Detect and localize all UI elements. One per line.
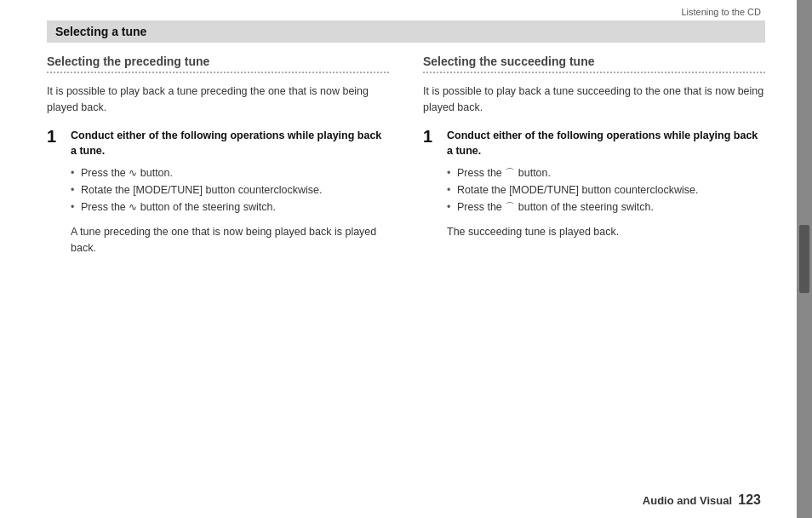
- breadcrumb-text: Listening to the CD: [681, 7, 761, 17]
- footer-label: Audio and Visual: [643, 494, 732, 507]
- left-bullet-3: Press the ∿ button of the steering switc…: [71, 199, 389, 216]
- right-bullet-1: Press the ⌒ button.: [447, 164, 765, 181]
- right-step-number: 1: [423, 128, 438, 145]
- right-intro-paragraph: It is possible to play back a tune succe…: [423, 83, 765, 116]
- right-subsection-heading: Selecting the succeeding tune: [423, 55, 765, 68]
- left-step-number: 1: [47, 128, 62, 145]
- left-step-content: Conduct either of the following operatio…: [71, 128, 389, 256]
- right-column: Selecting the succeeding tune It is poss…: [423, 55, 765, 265]
- page-header: Listening to the CD: [0, 0, 812, 20]
- left-subsection-heading: Selecting the preceding tune: [47, 55, 389, 68]
- page-number: 123: [738, 492, 761, 507]
- right-bullet-3: Press the ⌒ button of the steering switc…: [447, 199, 765, 216]
- left-bullet-2: Rotate the [MODE/TUNE] button counterclo…: [71, 181, 389, 199]
- scrollbar[interactable]: [797, 0, 812, 518]
- left-step-heading: Conduct either of the following operatio…: [71, 128, 389, 160]
- two-columns-layout: Selecting the preceding tune It is possi…: [47, 55, 765, 265]
- left-bullet-1: Press the ∿ button.: [71, 164, 389, 181]
- right-bullet-2: Rotate the [MODE/TUNE] button counterclo…: [447, 181, 765, 199]
- right-step-heading: Conduct either of the following operatio…: [447, 128, 765, 160]
- right-step-content: Conduct either of the following operatio…: [447, 128, 765, 241]
- left-dotted-divider: [47, 72, 389, 73]
- section-title-bar: Selecting a tune: [47, 20, 765, 43]
- right-dotted-divider: [423, 72, 765, 73]
- right-step: 1 Conduct either of the following operat…: [423, 128, 765, 241]
- right-bullet-list: Press the ⌒ button. Rotate the [MODE/TUN…: [447, 164, 765, 216]
- left-step: 1 Conduct either of the following operat…: [47, 128, 389, 256]
- main-content: Selecting a tune Selecting the preceding…: [0, 20, 812, 265]
- section-title: Selecting a tune: [55, 25, 146, 38]
- right-result-paragraph: The succeeding tune is played back.: [447, 224, 765, 240]
- left-bullet-list: Press the ∿ button. Rotate the [MODE/TUN…: [71, 164, 389, 216]
- left-intro-paragraph: It is possible to play back a tune prece…: [47, 83, 389, 116]
- left-result-paragraph: A tune preceding the one that is now bei…: [71, 224, 389, 256]
- left-column: Selecting the preceding tune It is possi…: [47, 55, 389, 265]
- page-footer: Audio and Visual 123: [643, 492, 761, 508]
- scrollbar-thumb[interactable]: [799, 225, 809, 293]
